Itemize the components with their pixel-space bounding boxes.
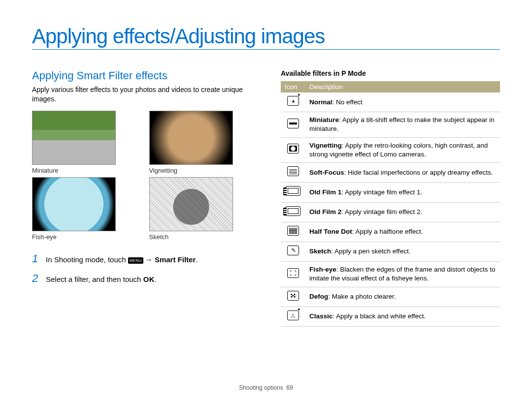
- step-number: 1: [32, 252, 41, 265]
- ic-mini-icon: [287, 119, 299, 128]
- step-text-pre: In Shooting mode, touch: [46, 255, 128, 264]
- filter-description-cell: Vignetting: Apply the retro-looking colo…: [305, 137, 500, 162]
- thumbnail: Miniature: [32, 111, 134, 174]
- table-row: Miniature: Apply a tilt-shift effect to …: [281, 112, 500, 137]
- filter-icon-cell: [281, 222, 305, 242]
- ok-icon: OK: [143, 275, 155, 283]
- thumbnail-label: Miniature: [32, 167, 134, 174]
- table-row: Defog: Make a photo clearer.: [281, 287, 500, 307]
- table-title: Available filters in P Mode: [281, 69, 500, 77]
- left-column: Applying Smart Filter effects Apply vari…: [32, 69, 251, 327]
- ic-sketch-icon: [287, 246, 299, 255]
- step-text-pre: Select a filter, and then touch: [46, 275, 143, 283]
- filter-description-cell: Defog: Make a photo clearer.: [305, 287, 500, 307]
- filter-icon-cell: [281, 287, 305, 307]
- thumbnail: Fish-eye: [32, 177, 134, 241]
- filter-name: Old Film 1: [309, 188, 341, 196]
- ic-normal-icon: [287, 96, 299, 106]
- filters-table: Icon Description Normal: No effectMiniat…: [281, 81, 500, 327]
- table-row: Classic: Apply a black and white effect.: [281, 307, 500, 326]
- section-title: Applying Smart Filter effects: [32, 69, 251, 82]
- filter-description-cell: Miniature: Apply a tilt-shift effect to …: [305, 112, 500, 137]
- filter-icon-cell: [281, 202, 305, 222]
- filter-name: Normal: [309, 98, 332, 106]
- thumbnail: Sketch: [149, 177, 252, 241]
- section-intro: Apply various filter effects to your pho…: [32, 85, 251, 104]
- arrow: →: [143, 255, 155, 264]
- table-row: Half Tone Dot: Apply a halftone effect.: [281, 222, 500, 242]
- step-2: 2 Select a filter, and then touch OK.: [32, 272, 251, 285]
- filter-icon-cell: [281, 93, 305, 112]
- th-description: Description: [305, 81, 500, 93]
- ic-film1-icon: [286, 186, 300, 196]
- filter-icon-cell: [281, 112, 305, 137]
- page-title: Applying effects/Adjusting images: [32, 25, 500, 50]
- filter-name: Miniature: [309, 116, 339, 123]
- filter-icon-cell: [281, 163, 305, 183]
- filter-description-cell: Fish-eye: Blacken the edges of the frame…: [305, 262, 500, 287]
- filter-description-cell: Old Film 2: Apply vintage film effect 2.: [305, 202, 500, 222]
- table-row: Fish-eye: Blacken the edges of the frame…: [281, 262, 500, 287]
- filter-description-cell: Half Tone Dot: Apply a halftone effect.: [305, 222, 500, 242]
- right-column: Available filters in P Mode Icon Descrip…: [281, 69, 500, 327]
- thumbnail-grid: MiniatureVignettingFish-eyeSketch: [32, 111, 251, 241]
- ic-vign-icon: [287, 144, 299, 154]
- filter-icon-cell: [281, 262, 305, 287]
- filter-description-cell: Normal: No effect: [305, 93, 500, 112]
- filter-name: Soft-Focus: [309, 169, 344, 176]
- step-1: 1 In Shooting mode, touch MENU → Smart F…: [32, 252, 251, 265]
- filter-name: Fish-eye: [309, 266, 336, 273]
- page-footer: Shooting options 69: [0, 384, 532, 391]
- step-text: In Shooting mode, touch MENU → Smart Fil…: [46, 255, 198, 264]
- filter-name: Sketch: [309, 247, 331, 255]
- filter-name: Classic: [309, 312, 332, 320]
- filter-name: Half Tone Dot: [309, 228, 352, 235]
- step-number: 2: [32, 272, 41, 285]
- filter-description-cell: Soft-Focus: Hide facial imperfections or…: [305, 163, 500, 183]
- step-text: Select a filter, and then touch OK.: [46, 275, 157, 283]
- filter-name: Defog: [309, 293, 328, 300]
- filter-name: Old Film 2: [309, 208, 341, 216]
- menu-icon: MENU: [128, 257, 143, 264]
- ic-soft-icon: [287, 166, 299, 176]
- th-icon: Icon: [281, 81, 305, 93]
- table-row: Sketch: Apply a pen sketch effect.: [281, 242, 500, 261]
- filter-icon-cell: [281, 242, 305, 261]
- filter-name: Vignetting: [309, 142, 342, 149]
- smart-filter-label: Smart Filter: [155, 255, 196, 264]
- ic-half-icon: [287, 226, 299, 236]
- table-row: Old Film 2: Apply vintage film effect 2.: [281, 202, 500, 222]
- thumbnail-label: Sketch: [149, 233, 252, 241]
- filter-description-cell: Classic: Apply a black and white effect.: [305, 307, 500, 326]
- thumbnail-label: Vignetting: [149, 167, 252, 174]
- filter-icon-cell: [281, 183, 305, 202]
- thumbnail-image: [149, 177, 233, 231]
- ic-defog-icon: [287, 291, 299, 301]
- steps-list: 1 In Shooting mode, touch MENU → Smart F…: [32, 252, 251, 285]
- table-row: Soft-Focus: Hide facial imperfections or…: [281, 163, 500, 183]
- ic-fish-icon: [287, 268, 299, 278]
- ic-film2-icon: [286, 206, 300, 216]
- thumbnail-label: Fish-eye: [32, 233, 134, 241]
- thumbnail: Vignetting: [149, 111, 252, 174]
- table-row: Vignetting: Apply the retro-looking colo…: [281, 137, 500, 162]
- thumbnail-image: [32, 111, 116, 165]
- filter-icon-cell: [281, 137, 305, 162]
- filter-description-cell: Old Film 1: Apply vintage film effect 1.: [305, 183, 500, 202]
- table-row: Normal: No effect: [281, 93, 500, 112]
- table-row: Old Film 1: Apply vintage film effect 1.: [281, 183, 500, 202]
- filter-description-cell: Sketch: Apply a pen sketch effect.: [305, 242, 500, 261]
- footer-section: Shooting options: [239, 384, 283, 391]
- thumbnail-image: [149, 111, 233, 165]
- filter-icon-cell: [281, 307, 305, 326]
- footer-page-number: 69: [286, 384, 293, 391]
- thumbnail-image: [32, 177, 116, 231]
- ic-classic-icon: [287, 310, 299, 320]
